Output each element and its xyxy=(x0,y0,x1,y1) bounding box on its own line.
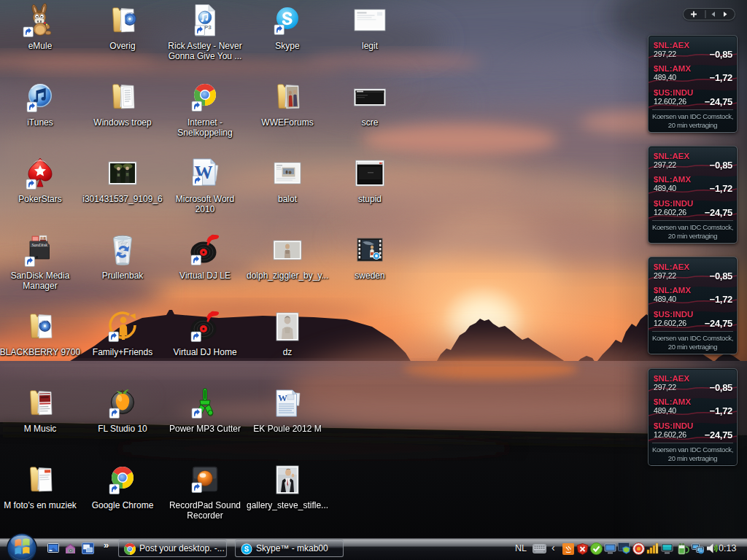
svg-text:W: W xyxy=(278,392,287,403)
svg-text:SanDisk: SanDisk xyxy=(31,242,47,247)
